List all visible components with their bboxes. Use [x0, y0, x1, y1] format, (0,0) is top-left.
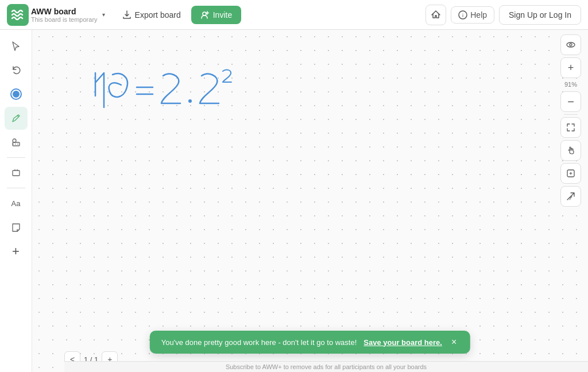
logo: [7, 4, 29, 26]
shape-icon: [11, 168, 21, 178]
notification-close-button[interactable]: ×: [449, 338, 459, 347]
board-info: AWW board This board is temporary: [31, 7, 98, 23]
fit-button[interactable]: [560, 163, 581, 184]
svg-text:i: i: [462, 13, 463, 18]
pen-tool[interactable]: [5, 107, 28, 130]
hand-icon: [566, 146, 575, 155]
main: Aa +: [0, 30, 588, 372]
header-left: AWW board This board is temporary ▾: [7, 4, 105, 26]
drawing-layer: [32, 30, 588, 372]
save-board-link[interactable]: Save your board here.: [363, 338, 442, 347]
add-tool[interactable]: +: [5, 240, 28, 263]
notification-message: You've done pretty good work here - don'…: [161, 338, 357, 347]
info-icon: i: [458, 10, 467, 20]
invite-icon: [200, 10, 210, 20]
plane-icon: [566, 192, 575, 201]
signup-button[interactable]: Sign Up or Log In: [499, 5, 581, 25]
subscribe-bar: Subscribe to AWW+ to remove ads for all …: [64, 361, 588, 372]
eraser-icon: [11, 137, 21, 148]
zoom-out-button[interactable]: −: [560, 91, 581, 112]
header-center: Export board Invite: [117, 6, 242, 24]
expand-icon: [566, 123, 575, 132]
zoom-out-icon: −: [567, 95, 574, 108]
text-tool[interactable]: Aa: [5, 192, 28, 215]
color-tool[interactable]: [5, 83, 28, 106]
svg-point-4: [13, 139, 16, 142]
undo-tool[interactable]: [5, 59, 28, 82]
canvas-area[interactable]: + 91% −: [32, 30, 588, 372]
toolbar-separator-2: [7, 188, 25, 188]
board-title: AWW board: [31, 7, 98, 16]
select-tool[interactable]: [5, 34, 28, 57]
zoom-level: 91%: [564, 80, 577, 89]
svg-point-8: [570, 44, 572, 46]
help-label: Help: [470, 10, 487, 20]
text-tool-label: Aa: [11, 199, 21, 208]
header-right: i Help Sign Up or Log In: [425, 5, 581, 25]
subscribe-text: Subscribe to AWW+ to remove ads for all …: [226, 363, 427, 370]
home-icon: [431, 10, 441, 20]
eye-button[interactable]: [560, 34, 581, 55]
notification-banner: You've done pretty good work here - don'…: [150, 331, 470, 354]
svg-point-7: [567, 42, 575, 47]
eye-icon: [566, 40, 576, 50]
svg-point-6: [188, 99, 192, 103]
fit-icon: [566, 169, 575, 178]
invite-button[interactable]: Invite: [191, 6, 241, 24]
toolbar-separator: [7, 157, 25, 158]
plane-button[interactable]: [560, 186, 581, 207]
eraser-tool[interactable]: [5, 131, 28, 154]
svg-rect-5: [13, 170, 20, 176]
home-button[interactable]: [425, 5, 446, 25]
expand-button[interactable]: [560, 117, 581, 138]
export-label: Export board: [135, 10, 181, 20]
board-dropdown-arrow[interactable]: ▾: [102, 11, 105, 18]
sticky-icon: [11, 222, 21, 232]
toolbar: Aa +: [0, 30, 32, 372]
invite-label: Invite: [213, 10, 232, 20]
undo-icon: [11, 65, 21, 75]
add-icon: +: [12, 244, 20, 259]
zoom-in-button[interactable]: +: [560, 57, 581, 78]
hand-button[interactable]: [560, 140, 581, 161]
header: AWW board This board is temporary ▾ Expo…: [0, 0, 588, 30]
shape-tool[interactable]: [5, 161, 28, 184]
select-icon: [11, 41, 21, 51]
export-icon: [122, 10, 131, 20]
pen-icon: [11, 113, 21, 123]
right-controls: + 91% −: [560, 34, 581, 207]
sticky-tool[interactable]: [5, 216, 28, 239]
right-controls-separator: [564, 114, 578, 115]
zoom-in-icon: +: [568, 62, 574, 74]
board-subtitle: This board is temporary: [31, 16, 98, 23]
export-button[interactable]: Export board: [117, 7, 187, 23]
signup-label: Sign Up or Log In: [509, 10, 571, 20]
help-button[interactable]: i Help: [451, 6, 494, 24]
color-indicator: [11, 90, 21, 99]
